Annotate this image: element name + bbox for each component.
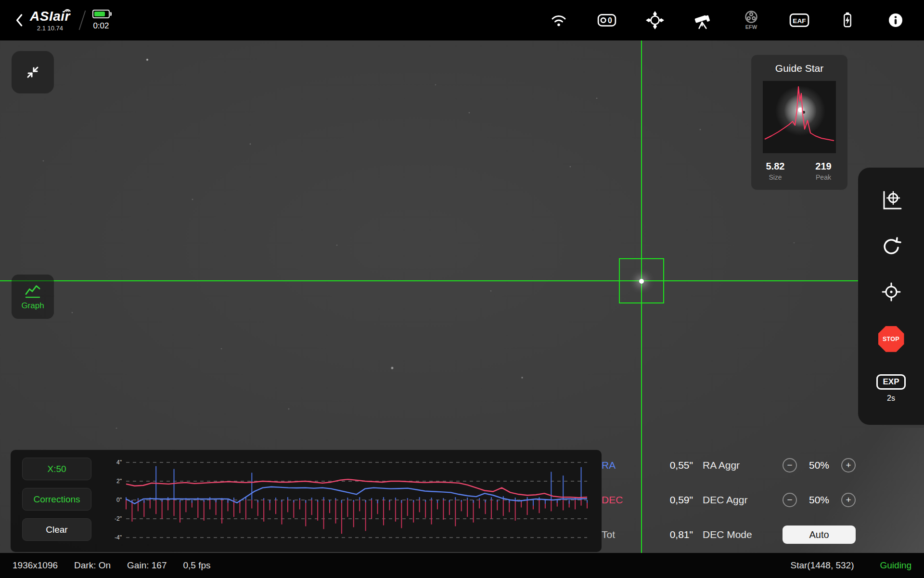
battery-time: 0:02	[93, 21, 109, 31]
clear-graph-button[interactable]: Clear	[22, 518, 91, 541]
target-icon	[880, 280, 903, 303]
graph-toggle-button[interactable]: Graph	[12, 275, 54, 319]
topbar-icons: 0 EFW	[548, 9, 912, 32]
crosshair-horizontal-line	[0, 280, 924, 281]
guiding-sidebar: STOP EXP 2s	[858, 168, 924, 425]
dec-aggr-minus-button[interactable]: −	[783, 493, 797, 507]
background-star	[336, 244, 338, 246]
info-button[interactable]	[885, 9, 907, 32]
background-star	[596, 97, 598, 99]
background-star	[146, 58, 149, 61]
guide-button[interactable]	[644, 9, 666, 32]
back-button[interactable]	[12, 9, 28, 32]
power-battery-icon	[838, 11, 857, 30]
guiding-stats: RA 0,55" RA Aggr − 50% + DEC 0,59" DEC A…	[602, 454, 856, 546]
topbar-divider	[78, 11, 86, 30]
camera-button[interactable]: 0	[596, 9, 618, 32]
background-star	[288, 408, 290, 410]
guiding-error-chart: 4"2"0"-2"-4"	[105, 456, 591, 544]
guide-graph-icon	[880, 190, 903, 213]
background-star	[42, 160, 44, 162]
background-star	[699, 129, 701, 131]
battery-icon	[92, 10, 110, 18]
dec-aggr-label: DEC Aggr	[703, 494, 773, 506]
camera-icon: 0	[597, 10, 617, 30]
collapse-icon	[23, 63, 42, 82]
background-star	[490, 290, 492, 292]
asiair-app: ASIair 2.1 10.74 0:02 0	[0, 0, 924, 578]
svg-text:EAF: EAF	[793, 17, 806, 25]
battery-status: 0:02	[92, 10, 110, 31]
guide-star-peak-label: Peak	[799, 173, 847, 181]
wifi-button[interactable]	[548, 9, 570, 32]
top-bar: ASIair 2.1 10.74 0:02 0	[0, 0, 924, 40]
dec-error-value: 0,59"	[642, 494, 693, 506]
background-star	[569, 166, 571, 168]
select-star-button[interactable]	[880, 280, 903, 303]
eaf-button[interactable]: EAF	[788, 9, 810, 32]
line-chart-icon	[24, 283, 42, 299]
guide-star-title: Guide Star	[751, 63, 847, 74]
dec-mode-auto-button[interactable]: Auto	[783, 525, 856, 544]
svg-text:0": 0"	[116, 497, 122, 503]
dec-label: DEC	[602, 494, 632, 506]
telescope-icon	[693, 10, 713, 30]
restart-guiding-button[interactable]	[880, 235, 903, 258]
guide-star-size-label: Size	[751, 173, 799, 181]
ra-aggr-plus-button[interactable]: +	[841, 458, 856, 473]
background-star	[391, 367, 394, 370]
corrections-toggle-button[interactable]: Corrections	[22, 488, 91, 511]
svg-text:-4": -4"	[115, 534, 122, 541]
dec-mode-label: DEC Mode	[703, 529, 773, 540]
graph-panel-buttons: X:50 Corrections Clear	[22, 458, 91, 541]
app-logo-block: ASIair 2.1 10.74	[30, 9, 70, 32]
x-scale-button[interactable]: X:50	[22, 458, 91, 480]
guide-graph-button[interactable]	[880, 190, 903, 213]
stop-octagon-icon: STOP	[878, 326, 904, 352]
background-star	[192, 198, 193, 200]
stop-label: STOP	[883, 336, 899, 342]
stop-guiding-button[interactable]: STOP	[878, 326, 904, 352]
exposure-icon: EXP	[876, 374, 905, 390]
svg-text:EFW: EFW	[745, 24, 757, 30]
ra-error-value: 0,55"	[642, 460, 693, 471]
dec-aggr-stepper: − 50% +	[783, 493, 856, 507]
info-icon	[886, 11, 905, 30]
background-star	[435, 84, 436, 86]
ra-label: RA	[602, 460, 632, 471]
back-chevron-icon	[14, 11, 25, 29]
power-button[interactable]	[836, 9, 859, 32]
guiding-graph-panel: X:50 Corrections Clear 4"2"0"-2"-4"	[11, 450, 602, 552]
background-star	[521, 377, 524, 379]
status-bar: 1936x1096 Dark: On Gain: 167 0,5 fps Sta…	[0, 553, 924, 578]
guide-star-values: 5.82 Size 219 Peak	[751, 161, 847, 181]
fps-text: 0,5 fps	[183, 560, 210, 571]
background-star	[468, 112, 470, 114]
wifi-icon	[549, 11, 568, 30]
guide-star-panel: Guide Star 5.82 S	[751, 55, 847, 190]
ra-aggr-value: 50%	[809, 460, 829, 471]
exposure-button[interactable]: EXP 2s	[876, 374, 905, 403]
guide-crosshair-icon	[645, 11, 665, 30]
guide-star-size-value: 5.82	[751, 161, 799, 172]
svg-text:4": 4"	[116, 459, 122, 466]
efw-icon: EFW	[742, 10, 761, 31]
gain-text: Gain: 167	[127, 560, 167, 571]
app-version: 2.1 10.74	[37, 25, 63, 32]
efw-button[interactable]: EFW	[740, 9, 762, 32]
starfield[interactable]: Graph Guide Star	[0, 40, 924, 553]
graph-button-label: Graph	[21, 301, 44, 311]
mount-button[interactable]	[692, 9, 714, 32]
collapse-view-button[interactable]	[12, 51, 54, 93]
logo-signal-icon	[64, 7, 71, 12]
guide-star-selection-box[interactable]	[619, 258, 664, 303]
background-star	[116, 427, 117, 429]
refresh-icon	[880, 235, 903, 258]
ra-aggr-minus-button[interactable]: −	[783, 458, 797, 473]
dec-aggr-plus-button[interactable]: +	[841, 493, 856, 507]
guiding-state-text: Guiding	[880, 560, 912, 571]
total-label: Tot	[602, 529, 632, 540]
ra-aggr-label: RA Aggr	[703, 460, 773, 471]
star-position-text: Star(1448, 532)	[790, 560, 854, 571]
guide-star-peak-value: 219	[799, 161, 847, 172]
